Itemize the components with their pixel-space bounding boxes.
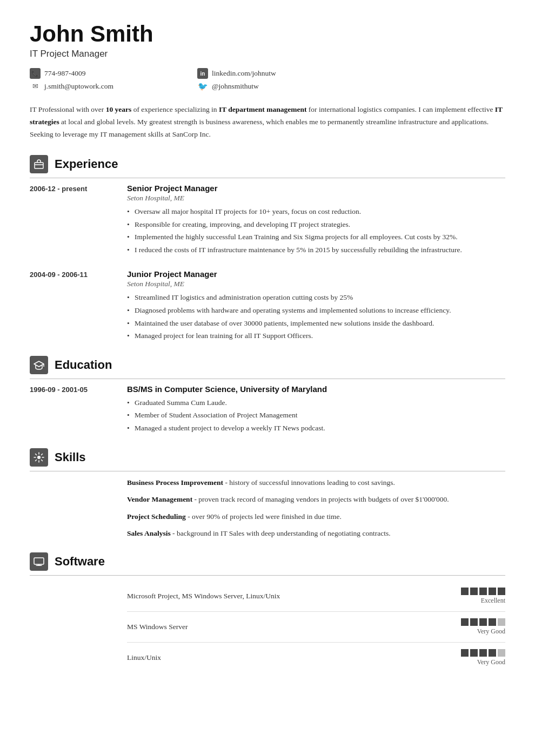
skill-desc-4: - background in IT Sales with deep under… — [172, 529, 391, 537]
sq — [470, 649, 478, 657]
experience-date-1: 2006-12 - present — [30, 184, 116, 256]
software-icon — [30, 552, 48, 571]
linkedin-value: linkedin.com/johnutw — [212, 69, 276, 78]
sq — [479, 618, 487, 626]
company-1: Seton Hospital, ME — [127, 194, 505, 202]
contact-grid: 📞 774-987-4009 in linkedin.com/johnutw ✉… — [30, 68, 354, 92]
company-2: Seton Hospital, ME — [127, 280, 505, 288]
phone-value: 774-987-4009 — [44, 69, 86, 78]
sq — [489, 618, 496, 626]
experience-icon — [30, 155, 48, 173]
edu-date-1: 1996-09 - 2001-05 — [30, 384, 116, 435]
job-title-2: Junior Project Manager — [127, 269, 505, 279]
skill-desc-1: - history of successful innovations lead… — [225, 478, 395, 487]
experience-date-2: 2004-09 - 2006-11 — [30, 269, 116, 342]
svg-rect-0 — [35, 163, 43, 168]
skills-icon — [30, 448, 48, 467]
rating-label-2: Very Good — [477, 627, 505, 636]
software-rating-2: Very Good — [461, 618, 505, 636]
software-item-2: MS Windows Server Very Good — [127, 612, 505, 643]
software-rating-1: Excellent — [461, 588, 505, 605]
bullet-1-1: Oversaw all major hospital IT projects f… — [127, 206, 505, 218]
experience-content-2: Junior Project Manager Seton Hospital, M… — [127, 269, 505, 342]
skill-row-4: Sales Analysis - background in IT Sales … — [127, 528, 505, 539]
rating-squares-3 — [461, 649, 505, 657]
skill-row-3: Project Scheduling - over 90% of project… — [127, 511, 505, 523]
sq — [489, 588, 496, 595]
skills-title: Skills — [55, 450, 85, 464]
twitter-icon: 🐦 — [197, 81, 208, 92]
experience-section: Experience 2006-12 - present Senior Proj… — [30, 155, 505, 343]
svg-point-3 — [37, 456, 41, 459]
rating-label-1: Excellent — [481, 597, 505, 605]
job-title-1: Senior Project Manager — [127, 184, 505, 193]
experience-entry-2: 2004-09 - 2006-11 Junior Project Manager… — [30, 269, 505, 342]
skill-name-3: Project Scheduling — [127, 512, 186, 521]
summary-text: IT Professional with over 10 years of ex… — [30, 104, 505, 141]
education-title: Education — [55, 358, 112, 372]
education-section: Education 1996-09 - 2001-05 BS/MS in Com… — [30, 356, 505, 435]
rating-label-3: Very Good — [477, 658, 505, 666]
software-item-1: Microsoft Project, MS Windows Server, Li… — [127, 581, 505, 612]
skill-desc-3: - over 90% of projects led were finished… — [188, 512, 342, 521]
sq — [461, 618, 469, 626]
software-item-3: Linux/Unix Very Good — [127, 643, 505, 673]
software-header: Software — [30, 552, 505, 576]
job-title: IT Project Manager — [30, 49, 505, 59]
software-name-3: Linux/Unix — [127, 653, 456, 662]
education-icon — [30, 356, 48, 374]
email-icon: ✉ — [30, 81, 41, 92]
bullet-2-3: Maintained the user database of over 300… — [127, 318, 505, 329]
bullet-1-3: Implemented the highly successful Lean T… — [127, 231, 505, 243]
experience-entry-1: 2006-12 - present Senior Project Manager… — [30, 184, 505, 256]
bullets-2: Streamlined IT logistics and administrat… — [127, 292, 505, 341]
rating-squares-1 — [461, 588, 505, 595]
bullet-2-4: Managed project for lean training for al… — [127, 330, 505, 342]
edu-bullet-1-1: Graduated Summa Cum Laude. — [127, 397, 505, 409]
experience-title: Experience — [55, 157, 118, 171]
software-name-1: Microsoft Project, MS Windows Server, Li… — [127, 592, 456, 600]
bullet-2-1: Streamlined IT logistics and administrat… — [127, 292, 505, 303]
skill-name-1: Business Process Improvement — [127, 478, 223, 487]
bullets-1: Oversaw all major hospital IT projects f… — [127, 206, 505, 255]
svg-rect-4 — [34, 558, 44, 564]
software-name-2: MS Windows Server — [127, 623, 456, 631]
software-title: Software — [55, 555, 105, 569]
skills-header: Skills — [30, 448, 505, 471]
phone-icon: 📞 — [30, 68, 41, 79]
edu-bullet-1-3: Managed a student project to develop a w… — [127, 422, 505, 434]
contact-phone: 📞 774-987-4009 — [30, 68, 186, 79]
bullet-1-2: Responsible for creating, improving, and… — [127, 219, 505, 231]
bullet-1-4: I reduced the costs of IT infrastructure… — [127, 244, 505, 256]
sq — [470, 588, 478, 595]
edu-content-1: BS/MS in Computer Science, University of… — [127, 384, 505, 435]
education-entry-1: 1996-09 - 2001-05 BS/MS in Computer Scie… — [30, 384, 505, 435]
sq — [479, 588, 487, 595]
contact-twitter: 🐦 @johnsmithutw — [197, 81, 354, 92]
sq — [461, 649, 469, 657]
edu-degree-1: BS/MS in Computer Science, University of… — [127, 384, 505, 394]
software-section: Software Microsoft Project, MS Windows S… — [30, 552, 505, 673]
skill-row-1: Business Process Improvement - history o… — [127, 477, 505, 489]
sq — [470, 618, 478, 626]
full-name: John Smith — [30, 22, 505, 46]
rating-squares-2 — [461, 618, 505, 626]
experience-content-1: Senior Project Manager Seton Hospital, M… — [127, 184, 505, 256]
edu-bullet-1-2: Member of Student Association of Project… — [127, 409, 505, 421]
sq — [498, 649, 505, 657]
skill-name-4: Sales Analysis — [127, 529, 171, 537]
education-header: Education — [30, 356, 505, 379]
email-value: j.smith@uptowork.com — [44, 82, 113, 91]
skills-content: Business Process Improvement - history o… — [30, 477, 505, 539]
sq — [479, 649, 487, 657]
edu-bullets-1: Graduated Summa Cum Laude. Member of Stu… — [127, 397, 505, 434]
sq — [461, 588, 469, 595]
skill-desc-2: - proven track record of managing vendor… — [195, 495, 449, 503]
bullet-2-2: Diagnosed problems with hardware and ope… — [127, 305, 505, 316]
contact-linkedin: in linkedin.com/johnutw — [197, 68, 354, 79]
sq — [489, 649, 496, 657]
skill-row-2: Vendor Management - proven track record … — [127, 494, 505, 505]
skill-name-2: Vendor Management — [127, 495, 192, 503]
twitter-value: @johnsmithutw — [212, 82, 259, 91]
software-content: Microsoft Project, MS Windows Server, Li… — [30, 581, 505, 673]
